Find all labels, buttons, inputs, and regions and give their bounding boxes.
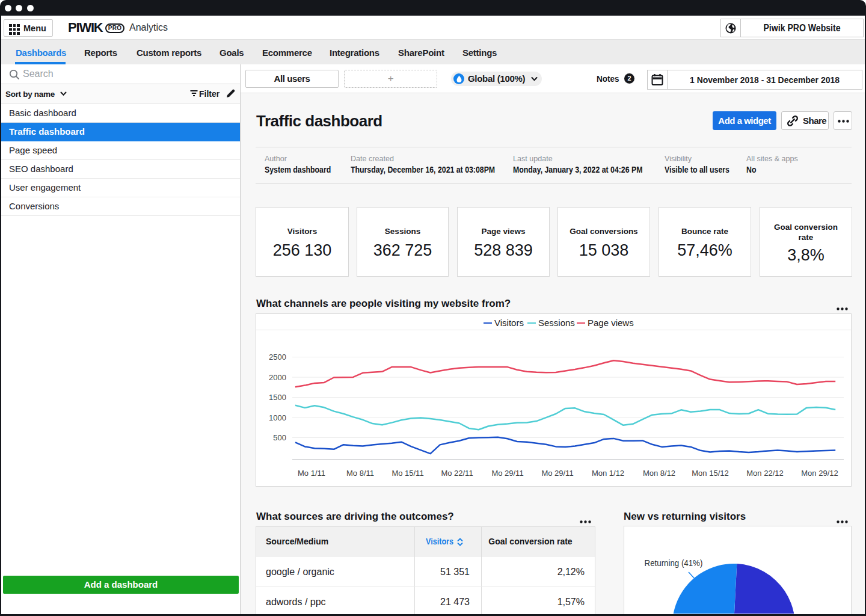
svg-text:2000: 2000: [269, 373, 286, 382]
svg-text:500: 500: [273, 433, 286, 442]
svg-text:Mon 22/12: Mon 22/12: [746, 469, 783, 478]
svg-text:Mo 8/11: Mo 8/11: [346, 469, 374, 478]
svg-text:Mo 29/11: Mo 29/11: [491, 469, 523, 478]
svg-text:1500: 1500: [269, 393, 286, 402]
svg-text:Mon 29/12: Mon 29/12: [801, 469, 838, 478]
svg-text:Returning (41%): Returning (41%): [645, 559, 703, 568]
svg-text:1000: 1000: [269, 413, 286, 422]
svg-text:Mo 1/11: Mo 1/11: [298, 469, 325, 478]
svg-text:Mon 8/12: Mon 8/12: [643, 469, 675, 478]
svg-text:Mo 22/11: Mo 22/11: [441, 469, 473, 478]
svg-text:Mon 15/12: Mon 15/12: [692, 469, 728, 478]
svg-text:Mo 29/11: Mo 29/11: [541, 469, 573, 478]
svg-text:Mo 15/11: Mo 15/11: [392, 469, 423, 478]
svg-text:2500: 2500: [269, 353, 286, 362]
svg-text:Mon 1/12: Mon 1/12: [592, 469, 624, 478]
